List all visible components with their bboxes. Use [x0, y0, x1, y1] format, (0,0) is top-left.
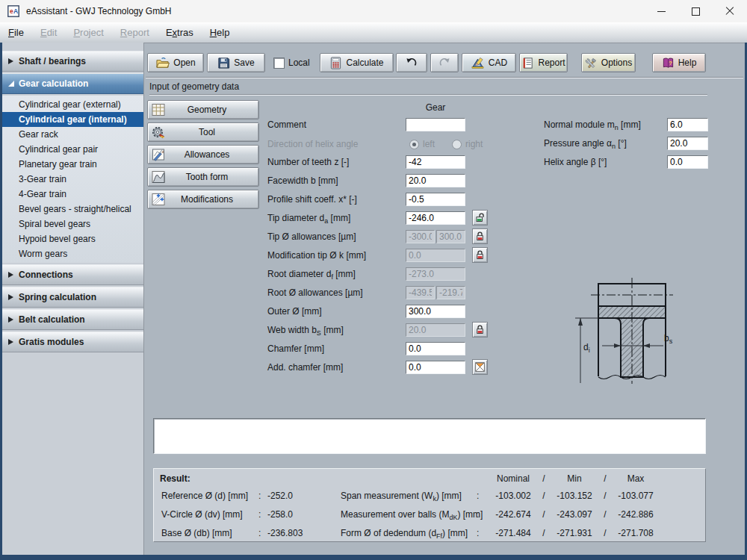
book-question-icon: ? [662, 57, 675, 69]
open-button[interactable]: Open [147, 53, 204, 72]
tip-diameter-input[interactable] [406, 211, 465, 225]
value-slash: / [601, 491, 610, 501]
tooth-form-label: Tooth form [166, 172, 248, 182]
teeth-input[interactable] [406, 155, 465, 169]
tip-modification-input[interactable] [406, 249, 465, 262]
modifications-button[interactable]: Modifications [147, 190, 259, 209]
nominal-header: Nominal [487, 473, 539, 484]
sidebar-item-4-gear-train[interactable]: 4-Gear train [2, 187, 143, 202]
tip-modification-lock-button[interactable] [472, 247, 488, 263]
sidebar-item-cylindrical-gear-pair[interactable]: Cylindrical gear pair [2, 142, 143, 157]
report-label: Report [538, 57, 565, 68]
modifications-icon [151, 192, 166, 207]
sidebar-item-bevel-gears-straight-helical[interactable]: Bevel gears - straight/helical [2, 202, 143, 217]
helix-right-radio[interactable] [452, 140, 462, 149]
window-title: eAssistant - GWJ Technology GmbH [26, 6, 172, 16]
add-chamfer-input[interactable] [406, 361, 465, 374]
maximize-icon[interactable] [678, 0, 713, 22]
label-root-diameter: Root diameter df [mm] [267, 267, 356, 281]
result-colon: : [258, 491, 261, 501]
max-header: Max [610, 473, 662, 484]
message-area [153, 418, 706, 454]
tip-allowances-lower-input[interactable] [406, 230, 435, 243]
menu-item-help[interactable]: Help [202, 27, 238, 38]
local-checkbox[interactable] [273, 57, 285, 69]
web-width-lock-button[interactable] [472, 322, 488, 337]
sidebar-section-shaft-bearings[interactable]: Shaft / bearings [2, 51, 143, 72]
sidebar-section-label: Belt calculation [19, 314, 85, 325]
sidebar-section-spring-calculation[interactable]: Spring calculation [2, 287, 143, 308]
section-title: Input of geometry data [149, 81, 239, 92]
helix-left-radio[interactable] [409, 140, 419, 149]
tool-button[interactable]: Tool [147, 122, 259, 142]
root-allowances-upper-input[interactable] [436, 286, 465, 299]
options-button[interactable]: Options [581, 53, 636, 72]
outer-diameter-input[interactable] [406, 305, 465, 318]
tip-allowances-upper-input[interactable] [436, 230, 465, 243]
root-allowances-lower-input[interactable] [406, 286, 435, 299]
chamfer-input[interactable] [406, 342, 465, 355]
close-icon[interactable] [713, 0, 747, 22]
toolbar-separator [146, 77, 743, 78]
calculate-button[interactable]: Calculate [320, 53, 394, 72]
save-button[interactable]: Save [207, 53, 265, 72]
sidebar-section-belt-calculation[interactable]: Belt calculation [2, 309, 143, 330]
folder-open-icon [155, 57, 170, 69]
save-label: Save [234, 57, 254, 68]
sidebar-item-3-gear-train[interactable]: 3-Gear train [2, 172, 143, 187]
sidebar-item-spiral-bevel-gears[interactable]: Spiral bevel gears [2, 217, 143, 231]
redo-button[interactable] [430, 53, 459, 72]
sidebar-item-cylindrical-gear-external[interactable]: Cylindrical gear (external) [2, 97, 143, 112]
floppy-disk-icon [217, 57, 230, 69]
tip-allowances-lock-button[interactable] [472, 228, 488, 244]
menu-item-report[interactable]: Report [112, 27, 158, 38]
cad-button[interactable]: CAD [462, 53, 516, 72]
header-slash: / [601, 473, 610, 484]
sidebar-item-planetary-gear-train[interactable]: Planetary gear train [2, 157, 143, 172]
sidebar-item-worm-gears[interactable]: Worm gears [2, 246, 143, 261]
root-diameter-input[interactable] [406, 267, 465, 281]
result-colon: : [477, 509, 479, 520]
minimize-icon[interactable] [644, 0, 678, 22]
sidebar-item-hypoid-bevel-gears[interactable]: Hypoid bevel gears [2, 231, 143, 246]
svg-text:bs: bs [664, 333, 673, 345]
result-column-headers: Nominal / Min / Max [487, 473, 662, 484]
undo-button[interactable] [396, 53, 427, 72]
web-width-input[interactable] [406, 323, 465, 337]
tooth-profile-icon [151, 169, 166, 184]
result-panel: Result: Nominal / Min / Max Reference Ø … [153, 468, 706, 542]
lock-closed-icon [474, 324, 486, 335]
sidebar-section-gratis-modules[interactable]: Gratis modules [2, 332, 143, 352]
calculator-icon [329, 57, 342, 69]
helix-angle-input[interactable] [667, 155, 708, 169]
result-value-reference-diameter: -252.0 [267, 491, 293, 501]
value-nominal: -271.484 [487, 528, 539, 538]
tooth-form-button[interactable]: Tooth form [147, 167, 259, 187]
sidebar-section-connections[interactable]: Connections [2, 264, 143, 285]
help-button[interactable]: ? Help [652, 53, 706, 72]
pressure-angle-input[interactable] [667, 137, 708, 150]
lock-closed-icon [474, 249, 486, 261]
tip-diameter-lock-button[interactable] [472, 210, 488, 225]
result-values-dedendum-form-diameter: -271.484/-271.931/-271.708 [487, 528, 662, 538]
value-min: -271.931 [548, 528, 601, 538]
allowances-label: Allowances [166, 149, 248, 160]
sidebar-item-gear-rack[interactable]: Gear rack [2, 127, 143, 142]
add-chamfer-options-button[interactable] [472, 359, 488, 375]
comment-input[interactable] [406, 118, 465, 131]
label-add-chamfer: Add. chamfer [mm] [267, 361, 343, 374]
menu-item-extras[interactable]: Extras [158, 27, 202, 38]
allowances-button[interactable]: Allowances [147, 145, 259, 164]
menu-item-edit[interactable]: Edit [32, 27, 65, 38]
report-button[interactable]: Report [519, 53, 568, 72]
label-root-allowances: Root Ø allowances [µm] [267, 286, 363, 299]
profile-shift-input[interactable] [406, 193, 465, 206]
facewidth-input[interactable] [406, 174, 465, 187]
label-teeth: Number of teeth z [-] [267, 155, 349, 169]
normal-module-input[interactable] [667, 118, 708, 131]
sidebar-item-cylindrical-gear-internal[interactable]: Cylindrical gear (internal) [2, 112, 143, 127]
sidebar-section-gear-calculation[interactable]: Gear calculation [2, 73, 143, 94]
menu-item-file[interactable]: File [0, 27, 32, 38]
geometry-button[interactable]: Geometry [147, 100, 259, 119]
menu-item-project[interactable]: Project [65, 27, 111, 38]
